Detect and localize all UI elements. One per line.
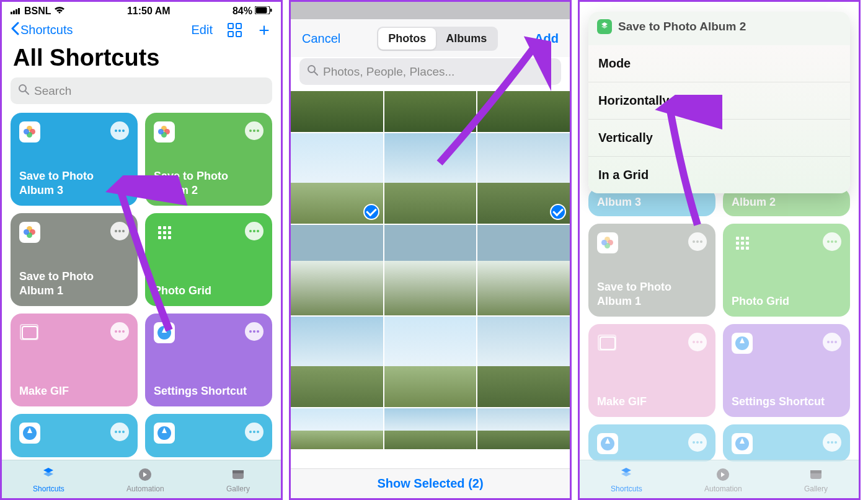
tile-label: Make GIF (597, 395, 707, 409)
tab-automation[interactable]: Automation (704, 466, 742, 493)
shortcut-tile[interactable]: Photo Grid (145, 213, 272, 306)
gif-icon (597, 333, 618, 354)
photo-thumb[interactable] (384, 408, 477, 449)
photo-thumb[interactable] (477, 225, 570, 315)
tile-label: Save to Photo Album 2 (154, 169, 264, 197)
tile-label: Settings Shortcut (732, 395, 841, 409)
back-button[interactable]: Shortcuts (11, 22, 73, 38)
svg-line-8 (25, 91, 29, 94)
shortcut-tile[interactable] (145, 414, 272, 457)
photo-thumb[interactable] (384, 133, 477, 224)
shortcuts-icon (40, 466, 57, 483)
photo-thumb[interactable] (384, 225, 477, 315)
tab-shortcuts[interactable]: Shortcuts (33, 466, 64, 493)
photo-thumb[interactable] (477, 91, 570, 132)
shortcut-tile[interactable]: Make GIF (11, 314, 138, 406)
grid-icon (154, 222, 175, 243)
grid-icon (732, 232, 753, 253)
safari-icon (732, 433, 753, 454)
shortcut-tile[interactable]: Settings Shortcut (145, 314, 272, 406)
photo-thumb[interactable] (291, 225, 383, 315)
option-in-a-grid[interactable]: In a Grid (588, 157, 850, 193)
svg-rect-1 (13, 11, 15, 14)
shortcut-tile[interactable]: Save to Photo Album 2 (145, 113, 272, 206)
more-button[interactable] (110, 322, 129, 341)
segment-photos[interactable]: Photos (378, 28, 436, 50)
panel-1-shortcuts-app: BSNL 11:50 AM 84% Shortcuts Edit + (0, 0, 283, 500)
svg-line-13 (314, 72, 317, 75)
signal-icon (11, 6, 22, 17)
photos-icon (597, 232, 618, 253)
safari-icon (154, 423, 175, 444)
svg-rect-3 (18, 8, 20, 14)
search-input[interactable]: Photos, People, Places... (299, 58, 561, 85)
photo-thumb[interactable] (291, 133, 383, 224)
more-button (823, 333, 841, 351)
search-icon (18, 84, 29, 98)
segmented-control: Photos Albums (377, 27, 498, 51)
grid-view-button[interactable] (226, 22, 242, 38)
cancel-button[interactable]: Cancel (302, 32, 340, 46)
more-button[interactable] (245, 322, 264, 341)
tile-label: Settings Shortcut (154, 384, 264, 398)
more-button[interactable] (245, 423, 264, 441)
edit-button[interactable]: Edit (192, 23, 213, 37)
tab-label: Gallery (226, 485, 250, 493)
photos-icon (19, 222, 40, 243)
option-vertically[interactable]: Vertically (588, 120, 850, 157)
tab-shortcuts[interactable]: Shortcuts (611, 466, 642, 493)
tab-label: Automation (704, 485, 742, 493)
segment-albums[interactable]: Albums (436, 28, 497, 50)
sheet-title: Save to Photo Album 2 (618, 20, 746, 33)
photo-thumb[interactable] (384, 91, 477, 132)
gif-icon (19, 322, 40, 343)
photos-icon (154, 121, 175, 143)
photo-grid (291, 91, 570, 449)
more-button[interactable] (245, 121, 264, 140)
show-selected-button[interactable]: Show Selected (2) (291, 468, 570, 498)
search-input[interactable]: Search (11, 77, 272, 104)
add-shortcut-button[interactable]: + (256, 22, 272, 38)
bg-tile: Make GIF (588, 324, 715, 417)
photo-thumb[interactable] (291, 91, 383, 132)
photo-thumb[interactable] (384, 317, 477, 407)
photos-icon (19, 121, 40, 143)
tile-label: Make GIF (19, 384, 129, 398)
more-button[interactable] (110, 222, 129, 240)
more-button[interactable] (110, 121, 129, 140)
bg-tile: Settings Shortcut (723, 324, 850, 417)
svg-rect-6 (270, 9, 272, 12)
shortcut-tile[interactable] (11, 414, 138, 457)
more-button (688, 232, 707, 251)
action-sheet: Save to Photo Album 2 Mode Horizontally … (588, 12, 850, 193)
chevron-left-icon (11, 22, 19, 38)
photo-thumb[interactable] (291, 408, 383, 449)
sheet-body: Mode Horizontally Vertically In a Grid (588, 45, 850, 193)
panel-3-action-sheet: Album 3 Album 2 Save to Photo Album 1 Ph… (578, 0, 861, 500)
photo-thumb[interactable] (291, 317, 383, 407)
tile-label: Save to Photo Album 3 (19, 169, 129, 197)
photo-thumb[interactable] (477, 408, 570, 449)
add-button[interactable]: Add (534, 32, 559, 46)
svg-rect-0 (11, 12, 12, 14)
automation-icon (714, 466, 732, 483)
option-horizontally[interactable]: Horizontally (588, 82, 850, 120)
tab-gallery[interactable]: Gallery (226, 466, 250, 493)
bg-tile: Save to Photo Album 1 (588, 224, 715, 317)
tab-gallery[interactable]: Gallery (804, 466, 828, 493)
safari-icon (19, 423, 40, 444)
tab-automation[interactable]: Automation (126, 466, 164, 493)
sheet-header: Save to Photo Album 2 (588, 12, 850, 45)
automation-icon (136, 466, 154, 483)
search-icon (307, 64, 318, 79)
tab-label: Gallery (804, 485, 828, 493)
safari-icon (732, 333, 753, 354)
more-button[interactable] (110, 423, 129, 441)
svg-rect-5 (256, 7, 267, 14)
more-button[interactable] (245, 222, 264, 240)
photo-thumb[interactable] (477, 317, 570, 407)
more-button (823, 433, 841, 452)
photo-thumb[interactable] (477, 133, 570, 224)
shortcut-tile[interactable]: Save to Photo Album 1 (11, 213, 138, 306)
shortcut-tile[interactable]: Save to Photo Album 3 (11, 113, 138, 206)
